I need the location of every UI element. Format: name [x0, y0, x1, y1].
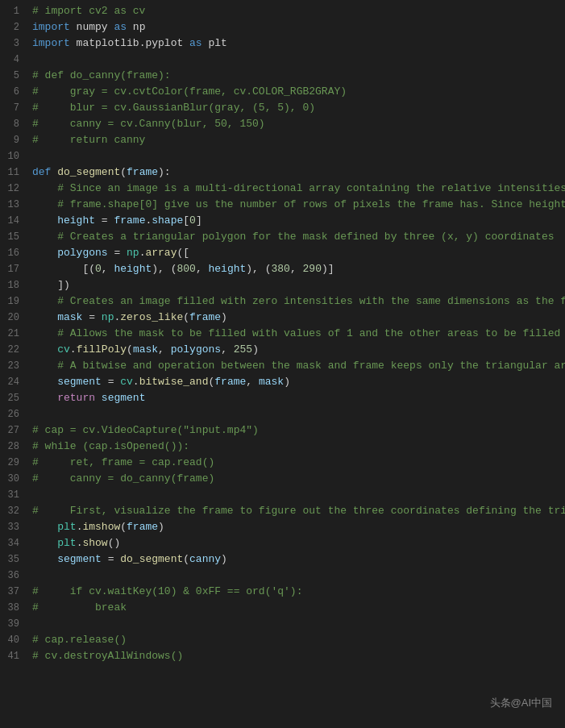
line-content: cv.fillPoly(mask, polygons, 255) [29, 342, 565, 358]
line-number: 5 [0, 68, 29, 84]
code-line: 24 segment = cv.bitwise_and(frame, mask) [0, 374, 565, 390]
line-number: 32 [0, 503, 29, 519]
line-number: 40 [0, 632, 29, 648]
line-number: 10 [0, 148, 29, 164]
line-content [29, 487, 565, 503]
code-line: 4 [0, 52, 565, 68]
code-line: 19 # Creates an image filled with zero i… [0, 293, 565, 310]
code-line: 26 [0, 406, 565, 422]
line-content: # if cv.waitKey(10) & 0xFF == ord('q'): [29, 584, 565, 600]
line-content: # ret, frame = cap.read() [29, 455, 565, 471]
line-content: def do_segment(frame): [29, 164, 565, 181]
code-line: 9# return canny [0, 132, 565, 148]
line-content: plt.show() [29, 535, 565, 551]
code-line: 18 ]) [0, 277, 565, 293]
line-number: 39 [0, 616, 29, 632]
code-line: 36 [0, 568, 565, 584]
line-number: 1 [0, 3, 29, 19]
code-line: 1# import cv2 as cv [0, 3, 565, 19]
code-line: 32# First, visualize the frame to figure… [0, 503, 565, 519]
line-number: 34 [0, 535, 29, 551]
line-content: # First, visualize the frame to figure o… [29, 503, 565, 519]
code-line: 14 height = frame.shape[0] [0, 213, 565, 229]
line-number: 36 [0, 568, 29, 584]
line-content: # def do_canny(frame): [29, 68, 565, 84]
line-number: 29 [0, 455, 29, 471]
line-content: [(0, height), (800, height), (380, 290)] [29, 261, 565, 277]
code-line: 41# cv.destroyAllWindows() [0, 648, 565, 664]
code-line: 28# while (cap.isOpened()): [0, 439, 565, 455]
line-number: 22 [0, 342, 29, 358]
line-content: # return canny [29, 132, 565, 148]
line-number: 25 [0, 390, 29, 406]
code-line: 37# if cv.waitKey(10) & 0xFF == ord('q')… [0, 584, 565, 600]
line-number: 17 [0, 261, 29, 277]
code-line: 38# break [0, 600, 565, 616]
line-content: segment = do_segment(canny) [29, 551, 565, 568]
code-line: 30# canny = do_canny(frame) [0, 471, 565, 487]
line-number: 30 [0, 471, 29, 487]
code-line: 25 return segment [0, 390, 565, 406]
line-content [29, 616, 565, 632]
line-number: 20 [0, 310, 29, 326]
code-editor: 1# import cv2 as cv2import numpy as np3i… [0, 0, 565, 668]
code-line: 29# ret, frame = cap.read() [0, 455, 565, 471]
line-content: # cap.release() [29, 632, 565, 648]
code-line: 33 plt.imshow(frame) [0, 519, 565, 535]
code-line: 3import matplotlib.pyplot as plt [0, 35, 565, 52]
line-content: import numpy as np [29, 19, 565, 35]
line-content: # Since an image is a multi-directional … [29, 181, 565, 197]
code-line: 27# cap = cv.VideoCapture("input.mp4") [0, 422, 565, 439]
code-line: 34 plt.show() [0, 535, 565, 551]
line-content: # Creates an image filled with zero inte… [29, 293, 565, 310]
line-content: height = frame.shape[0] [29, 213, 565, 229]
line-number: 26 [0, 406, 29, 422]
line-number: 24 [0, 374, 29, 390]
line-content: # cap = cv.VideoCapture("input.mp4") [29, 422, 565, 439]
code-line: 17 [(0, height), (800, height), (380, 29… [0, 261, 565, 277]
code-line: 16 polygons = np.array([ [0, 245, 565, 261]
line-content: # cv.destroyAllWindows() [29, 648, 565, 664]
code-line: 22 cv.fillPoly(mask, polygons, 255) [0, 342, 565, 358]
line-number: 18 [0, 277, 29, 293]
watermark-label: 头条@AI中国 [485, 694, 557, 712]
line-content: # blur = cv.GaussianBlur(gray, (5, 5), 0… [29, 100, 565, 116]
code-line: 7# blur = cv.GaussianBlur(gray, (5, 5), … [0, 100, 565, 116]
line-number: 16 [0, 245, 29, 261]
line-content: # canny = cv.Canny(blur, 50, 150) [29, 116, 565, 132]
line-number: 35 [0, 551, 29, 568]
line-content: # A bitwise and operation between the ma… [29, 358, 565, 374]
code-line: 39 [0, 616, 565, 632]
line-content: # frame.shape[0] give us the number of r… [29, 197, 565, 213]
code-line: 21 # Allows the mask to be filled with v… [0, 326, 565, 342]
line-content [29, 568, 565, 584]
line-number: 3 [0, 35, 29, 52]
line-content: mask = np.zeros_like(frame) [29, 310, 565, 326]
line-number: 33 [0, 519, 29, 535]
line-number: 28 [0, 439, 29, 455]
line-number: 2 [0, 19, 29, 35]
code-line: 8# canny = cv.Canny(blur, 50, 150) [0, 116, 565, 132]
line-content [29, 52, 565, 68]
line-number: 4 [0, 52, 29, 68]
line-number: 13 [0, 197, 29, 213]
line-content: # while (cap.isOpened()): [29, 439, 565, 455]
line-number: 9 [0, 132, 29, 148]
code-line: 15 # Creates a triangular polygon for th… [0, 229, 565, 245]
code-line: 20 mask = np.zeros_like(frame) [0, 310, 565, 326]
line-content: # gray = cv.cvtColor(frame, cv.COLOR_RGB… [29, 84, 565, 100]
code-line: 13 # frame.shape[0] give us the number o… [0, 197, 565, 213]
line-number: 7 [0, 100, 29, 116]
line-number: 12 [0, 181, 29, 197]
line-number: 37 [0, 584, 29, 600]
line-content: segment = cv.bitwise_and(frame, mask) [29, 374, 565, 390]
line-number: 23 [0, 358, 29, 374]
line-number: 15 [0, 229, 29, 245]
line-content: # import cv2 as cv [29, 3, 565, 19]
line-number: 41 [0, 648, 29, 664]
code-line: 35 segment = do_segment(canny) [0, 551, 565, 568]
line-number: 31 [0, 487, 29, 503]
line-number: 14 [0, 213, 29, 229]
line-number: 19 [0, 293, 29, 310]
line-content: ]) [29, 277, 565, 293]
